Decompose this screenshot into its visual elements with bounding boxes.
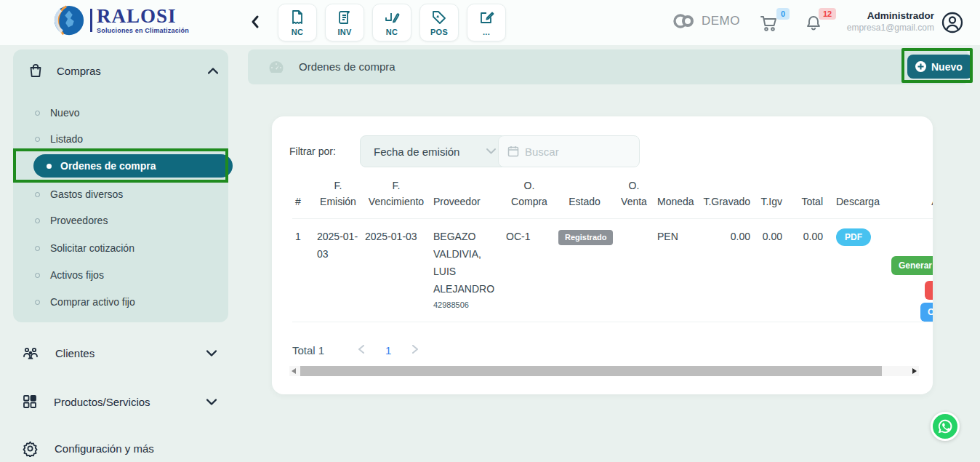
brand-name: RALOSI (97, 7, 189, 26)
pagination-page-1[interactable]: 1 (374, 344, 403, 357)
sidebar-item-nuevo[interactable]: Nuevo (35, 105, 79, 121)
sidebar-item-label: Listado (50, 133, 83, 145)
action-delete-button[interactable] (925, 281, 933, 300)
filter-bar: Filtrar por: (289, 135, 336, 167)
pagination-prev-icon[interactable] (349, 343, 374, 357)
scroll-left-arrow-icon[interactable] (292, 368, 296, 374)
bullet-icon (35, 218, 40, 223)
sidebar-section-label: Clientes (55, 347, 95, 359)
sidebar-item-listado[interactable]: Listado (35, 131, 83, 147)
user-info: Administrador empresa1@gmail.com (847, 10, 934, 33)
pagination-total: Total 1 (292, 344, 324, 357)
shortcut-inv-button[interactable]: INV (325, 4, 364, 41)
shortcut-label: NC (292, 28, 304, 36)
sidebar-section-productos-servicios[interactable]: Productos/Servicios (22, 391, 228, 413)
status-badge: Registrado (558, 230, 613, 245)
search-field[interactable] (498, 135, 640, 167)
chevron-down-icon (206, 350, 217, 357)
shortcut-label: POS (430, 28, 448, 36)
scroll-right-arrow-icon[interactable] (912, 368, 917, 374)
bullet-icon (35, 137, 40, 142)
col-t-gravado: T.Gravado (699, 178, 753, 219)
filter-type-value: Fecha de emisión (374, 146, 459, 158)
sidebar-item-label: Proveedores (50, 215, 108, 226)
sidebar-item-gastos-diversos[interactable]: Gastos diversos (35, 186, 123, 202)
brand-tagline: Soluciones en Climatización (97, 28, 189, 34)
logo-divider (90, 9, 92, 32)
col-f-emision: F. Emisión (314, 178, 362, 219)
sidebar-item-activos-fijos[interactable]: Activos fijos (35, 267, 104, 283)
pagination: Total 1 1 (292, 343, 427, 357)
brand-globe-icon (52, 4, 86, 37)
gear-icon (22, 440, 39, 457)
sidebar-section-label: Configuración y más (55, 442, 154, 455)
sidebar-section-compras[interactable]: Compras (28, 60, 218, 81)
pdf-download-button[interactable]: PDF (836, 228, 871, 246)
sidebar-compras-panel: Compras Nuevo Listado Ordenes de compra … (13, 49, 228, 322)
sidebar-item-label: Gastos diversos (50, 188, 123, 200)
shortcut-more-button[interactable]: ... (467, 4, 506, 41)
demo-label: DEMO (702, 14, 740, 28)
sidebar-item-ordenes-de-compra-active[interactable]: Ordenes de compra (33, 154, 233, 178)
shortcut-label: NC (386, 28, 398, 36)
pos-tag-icon (430, 9, 448, 26)
user-email: empresa1@gmail.com (847, 23, 934, 33)
bullet-icon (47, 164, 52, 169)
bullet-icon (35, 111, 40, 116)
demo-mode-toggle[interactable]: DEMO (672, 12, 740, 30)
sidebar-item-comprar-activo-fijo[interactable]: Comprar activo fijo (35, 294, 135, 310)
gauge-icon (267, 58, 286, 76)
table-header-row: # F. Emisión F. Vencimiento Proveedor O.… (292, 178, 933, 219)
sidebar-item-label: Solicitar cotización (50, 242, 134, 254)
col-f-vencimiento: F. Vencimiento (362, 178, 430, 219)
shortcut-nc-button[interactable]: NC (278, 4, 317, 41)
sidebar-collapse-icon[interactable] (250, 15, 260, 29)
cell-f-vencimiento: 2025-01-03 (362, 219, 430, 322)
sidebar-section-configuracion[interactable]: Configuración y más (22, 437, 228, 459)
sidebar-section-label: Productos/Servicios (54, 396, 150, 408)
orders-table: # F. Emisión F. Vencimiento Proveedor O.… (292, 178, 933, 322)
new-order-button[interactable]: Nuevo (907, 55, 973, 79)
horizontal-scrollbar[interactable] (289, 366, 919, 376)
topbar: RALOSI Soluciones en Climatización NC IN… (0, 0, 980, 45)
cell-total: 0.00 (785, 219, 826, 322)
search-input[interactable] (525, 146, 612, 158)
filter-label: Filtrar por: (289, 146, 336, 157)
sidebar-section-clientes[interactable]: Clientes (22, 342, 228, 364)
page-header: Ordenes de compra Nuevo (248, 49, 968, 84)
cell-descarga: PDF (826, 219, 869, 322)
chevron-down-icon (486, 148, 496, 154)
new-order-button-label: Nuevo (931, 61, 963, 73)
col-o-venta: O. Venta (614, 178, 654, 219)
bullet-icon (35, 300, 40, 305)
shortcut-label: ... (483, 28, 490, 36)
col-estado: Estado (555, 178, 614, 219)
col-t-igv: T.Igv (753, 178, 785, 219)
shortcut-pos-button[interactable]: POS (419, 4, 459, 41)
orders-card: Filtrar por: Fecha de emisión # F. Emisi… (272, 116, 933, 394)
pagination-next-icon[interactable] (403, 343, 427, 357)
action-generar-button[interactable]: Generar (891, 256, 933, 275)
filter-type-dropdown[interactable]: Fecha de emisión (360, 135, 507, 167)
whatsapp-button[interactable] (931, 412, 960, 441)
shortcut-nc2-button[interactable]: NC (372, 4, 411, 41)
page-title: Ordenes de compra (299, 60, 395, 73)
account-button[interactable] (941, 11, 964, 34)
bullet-icon (35, 273, 40, 278)
sidebar-item-label: Comprar activo fijo (50, 296, 135, 308)
people-icon (22, 345, 39, 361)
cell-num: 1 (292, 219, 314, 322)
sidebar-item-solicitar-cotizacion[interactable]: Solicitar cotización (35, 240, 134, 256)
sidebar-item-proveedores[interactable]: Proveedores (35, 212, 108, 228)
col-descarga: Descarga (826, 178, 869, 219)
action-o-button[interactable]: O (920, 303, 933, 322)
sidebar-item-label: Nuevo (50, 107, 79, 119)
grid-icon (22, 394, 38, 410)
cell-o-venta (614, 219, 654, 322)
edit-more-icon (478, 9, 495, 26)
scrollbar-thumb[interactable] (300, 366, 882, 376)
plus-circle-icon (915, 60, 927, 73)
table-row: 1 2025-01-03 2025-01-03 BEGAZO VALDIVIA,… (292, 219, 933, 322)
cart-badge: 0 (776, 8, 790, 20)
cell-f-emision: 2025-01-03 (314, 219, 362, 322)
